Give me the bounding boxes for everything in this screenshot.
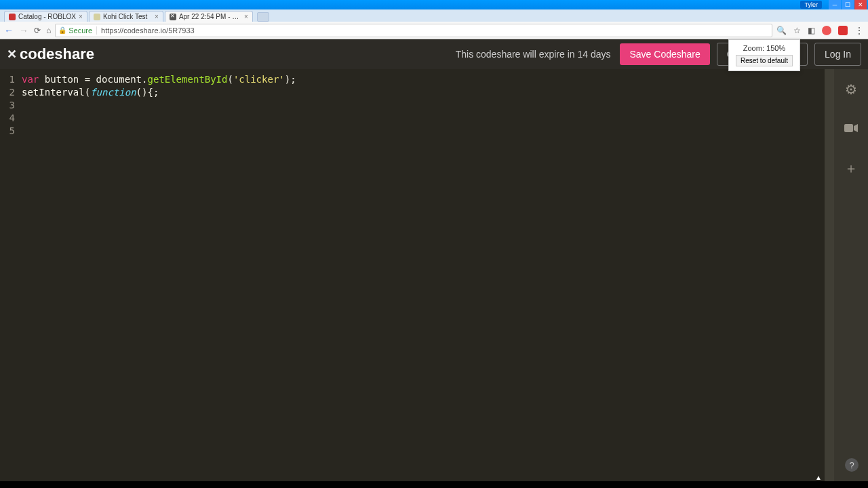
tab-favicon <box>9 14 16 20</box>
browser-tab[interactable]: Catalog - ROBLOX× <box>4 11 87 22</box>
chrome-menu-icon[interactable]: ⋮ <box>854 25 864 36</box>
new-tab-button[interactable] <box>257 12 269 22</box>
line-number: 2 <box>0 86 15 99</box>
line-number: 5 <box>0 125 15 138</box>
windows-taskbar[interactable] <box>0 481 868 488</box>
bookmark-star-icon[interactable]: ☆ <box>793 26 801 35</box>
zoom-reset-button[interactable]: Reset to default <box>736 55 793 66</box>
browser-toolbar: ← → ⟳ ⌂ 🔒 Secure https://codeshare.io/5R… <box>0 22 868 39</box>
tab-title: Kohi Click Test <box>103 13 152 20</box>
logo[interactable]: ✕ codeshare <box>7 45 94 63</box>
window-titlebar: Tyler ─ ☐ ✕ <box>0 0 868 9</box>
vertical-scrollbar[interactable] <box>825 69 834 481</box>
browser-tab[interactable]: Kohi Click Test× <box>89 11 163 22</box>
tab-title: Catalog - ROBLOX <box>18 13 76 20</box>
code-line <box>22 99 829 112</box>
secure-indicator: 🔒 Secure <box>58 26 97 35</box>
settings-icon[interactable]: ⚙ <box>845 81 857 98</box>
window-controls: ─ ☐ ✕ <box>829 0 867 9</box>
nav-arrows: ← → ⟳ ⌂ <box>4 25 51 36</box>
svg-rect-0 <box>844 124 853 132</box>
extension-icon-3[interactable] <box>838 26 848 35</box>
code-line: var button = document.getElementById('cl… <box>22 73 829 86</box>
editor: 12345 var button = document.getElementBy… <box>0 69 868 481</box>
tab-close-icon[interactable]: × <box>79 13 83 20</box>
zoom-icon[interactable]: 🔍 <box>776 26 787 35</box>
reload-button[interactable]: ⟳ <box>34 26 41 35</box>
expire-notice: This codeshare will expire in 14 days <box>456 49 611 60</box>
extension-icon-2[interactable] <box>822 26 831 35</box>
secure-label: Secure <box>68 26 92 35</box>
logo-text: codeshare <box>20 45 94 63</box>
home-button[interactable]: ⌂ <box>46 26 51 35</box>
browser-tab-strip: Catalog - ROBLOX×Kohi Click Test×Apr 22 … <box>0 9 868 22</box>
code-line: setInterval(function(){; <box>22 86 829 99</box>
tab-title: Apr 22 2:54 PM - Codeshare <box>179 13 241 20</box>
forward-button[interactable]: → <box>19 25 28 36</box>
back-button[interactable]: ← <box>4 25 14 36</box>
code-area[interactable]: var button = document.getElementById('cl… <box>19 69 834 481</box>
line-gutter: 12345 <box>0 69 19 481</box>
tab-close-icon[interactable]: × <box>155 13 159 20</box>
tab-favicon <box>170 14 176 20</box>
logo-icon: ✕ <box>7 47 17 62</box>
save-button[interactable]: Save Codeshare <box>620 43 709 65</box>
code-line <box>22 125 829 138</box>
extension-icon-1[interactable]: ◧ <box>808 26 815 35</box>
tab-favicon <box>94 14 100 20</box>
line-number: 3 <box>0 99 15 112</box>
right-toolbar: ⚙ ＋ <box>834 69 868 481</box>
login-button[interactable]: Log In <box>814 43 861 66</box>
browser-tab[interactable]: Apr 22 2:54 PM - Codeshare× <box>165 11 253 22</box>
lock-icon: 🔒 <box>58 26 66 34</box>
help-icon[interactable]: ? <box>845 458 859 472</box>
url-text: https://codeshare.io/5R7933 <box>101 26 195 35</box>
line-number: 4 <box>0 112 15 125</box>
line-number: 1 <box>0 73 15 86</box>
zoom-label: Zoom: 150% <box>736 44 793 52</box>
window-close-button[interactable]: ✕ <box>854 0 867 9</box>
window-maximize-button[interactable]: ☐ <box>842 0 854 9</box>
zoom-popup: Zoom: 150% Reset to default <box>728 39 800 71</box>
add-icon[interactable]: ＋ <box>844 159 858 178</box>
user-badge: Tyler <box>800 1 822 9</box>
tray-expand-icon[interactable]: ▲ <box>815 474 822 481</box>
tab-close-icon[interactable]: × <box>244 13 248 20</box>
address-bar[interactable]: 🔒 Secure https://codeshare.io/5R7933 <box>55 24 772 37</box>
toolbar-icons: 🔍 ☆ ◧ ⋮ <box>776 25 864 36</box>
code-line <box>22 112 829 125</box>
video-icon[interactable] <box>844 121 858 136</box>
window-minimize-button[interactable]: ─ <box>829 0 841 9</box>
